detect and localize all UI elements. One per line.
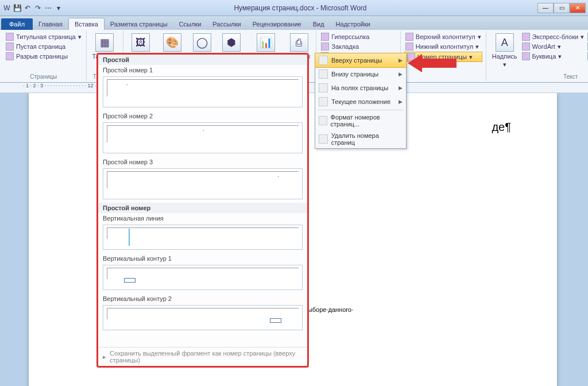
- undo-icon[interactable]: ↶: [23, 3, 32, 13]
- gallery-item[interactable]: ·: [103, 122, 303, 153]
- gallery-item-label: Простой номер 2: [98, 111, 307, 121]
- close-button[interactable]: ✕: [570, 3, 586, 13]
- table-icon: ▦: [95, 33, 114, 52]
- minimize-button[interactable]: —: [537, 3, 554, 13]
- page-break-icon: [6, 52, 14, 60]
- picture-icon: 🖼: [131, 33, 150, 52]
- bookmark-icon: [321, 43, 329, 51]
- qat-icon[interactable]: ⋯: [44, 3, 53, 13]
- page-number-button[interactable]: Номер страницы ▾: [404, 52, 482, 62]
- dropcap-button[interactable]: Буквица ▾: [521, 52, 586, 61]
- footer-button[interactable]: Нижний колонтитул ▾: [404, 42, 482, 51]
- dropcap-icon: [522, 52, 530, 60]
- group-text: AНадпись ▾ Экспресс-блоки ▾ WordArt ▾ Бу…: [486, 31, 588, 81]
- cover-page-button[interactable]: Титульная страница ▾: [5, 32, 83, 41]
- page-margins-icon: [319, 83, 328, 92]
- header-icon: [405, 33, 413, 41]
- wordart-button[interactable]: WordArt ▾: [521, 42, 586, 51]
- screenshot-icon: ⎙: [290, 33, 308, 52]
- tab-file[interactable]: Файл: [1, 18, 33, 30]
- tab-review[interactable]: Рецензирование: [247, 18, 307, 30]
- qat-icon[interactable]: ▾: [54, 3, 63, 13]
- gallery-item-label: Вертикальный контур 2: [98, 294, 307, 304]
- gallery-item[interactable]: [103, 265, 303, 290]
- menu-page-margins[interactable]: На полях страницы▶: [315, 81, 406, 95]
- menu-bottom-of-page[interactable]: Внизу страницы▶: [315, 67, 406, 81]
- current-pos-icon: [319, 97, 328, 106]
- textbox-icon: A: [496, 33, 514, 52]
- group-headerfooter: Верхний колонтитул ▾ Нижний колонтитул ▾…: [401, 31, 486, 81]
- gallery-category: Простой номер: [98, 203, 307, 213]
- menu-current-position[interactable]: Текущее положение▶: [315, 95, 406, 109]
- footer-icon: [405, 43, 413, 51]
- tab-view[interactable]: Вид: [307, 18, 330, 30]
- redo-icon[interactable]: ↷: [33, 3, 42, 13]
- bookmark-button[interactable]: Закладка: [320, 42, 397, 51]
- format-icon: [319, 116, 327, 125]
- gallery-item[interactable]: [103, 305, 303, 330]
- cover-page-icon: [6, 33, 14, 41]
- quickparts-button[interactable]: Экспресс-блоки ▾: [521, 32, 586, 41]
- gallery-category: Простой: [98, 55, 307, 65]
- blank-page-button[interactable]: Пустая страница: [5, 42, 83, 51]
- window-title: Нумерация страниц.docx - Microsoft Word: [63, 4, 537, 12]
- clipart-icon: 🎨: [163, 33, 181, 52]
- wordart-icon: [522, 43, 530, 51]
- save-selection-icon: ▸: [103, 353, 106, 361]
- page-break-button[interactable]: Разрыв страницы: [5, 52, 83, 61]
- gallery-item[interactable]: [103, 225, 303, 250]
- maximize-button[interactable]: ▭: [554, 3, 570, 13]
- header-button[interactable]: Верхний колонтитул ▾: [404, 32, 482, 41]
- tab-layout[interactable]: Разметка страницы: [105, 18, 173, 30]
- word-icon: W: [2, 3, 11, 13]
- page-number-submenu: Вверху страницы▶ Внизу страницы▶ На поля…: [315, 53, 407, 149]
- tab-mailings[interactable]: Рассылки: [207, 18, 246, 30]
- page-number-icon: [407, 53, 415, 61]
- shapes-icon: ◯: [193, 33, 211, 52]
- gallery-item-label: Простой номер 1: [98, 65, 307, 75]
- gallery-item-label: Простой номер 3: [98, 157, 307, 167]
- remove-icon: [319, 134, 328, 144]
- gallery-item-label: Вертикальная линия: [98, 213, 307, 223]
- titlebar: W 💾 ↶ ↷ ⋯ ▾ Нумерация страниц.docx - Mic…: [0, 0, 588, 16]
- quickparts-icon: [522, 33, 530, 41]
- menu-top-of-page[interactable]: Вверху страницы▶: [315, 53, 407, 68]
- gallery-item[interactable]: ·: [103, 76, 303, 107]
- page-number-gallery: Простой Простой номер 1 · Простой номер …: [96, 53, 309, 368]
- quick-access-toolbar: W 💾 ↶ ↷ ⋯ ▾: [2, 3, 63, 13]
- page-bottom-icon: [319, 70, 328, 79]
- chart-icon: 📊: [257, 33, 275, 52]
- textbox-button[interactable]: AНадпись ▾: [490, 32, 520, 70]
- group-pages: Титульная страница ▾ Пустая страница Раз…: [1, 31, 87, 81]
- hyperlink-icon: [321, 33, 329, 41]
- gallery-footer[interactable]: ▸Сохранить выделенный фрагмент как номер…: [98, 347, 307, 366]
- ribbon-tabs: Файл Главная Вставка Разметка страницы С…: [0, 16, 588, 30]
- menu-format-page-numbers[interactable]: Формат номеров страниц...: [315, 111, 406, 130]
- tab-home[interactable]: Главная: [33, 18, 68, 30]
- menu-remove-page-numbers[interactable]: Удалить номера страниц: [315, 130, 406, 148]
- blank-page-icon: [6, 43, 14, 51]
- gallery-item-label: Вертикальный контур 1: [98, 253, 307, 264]
- page-top-icon: [319, 56, 328, 65]
- save-icon[interactable]: 💾: [13, 3, 22, 13]
- tab-insert[interactable]: Вставка: [68, 18, 105, 30]
- gallery-item[interactable]: ·: [103, 168, 303, 199]
- tab-addins[interactable]: Надстройки: [330, 18, 376, 30]
- smartart-icon: ⬢: [222, 33, 241, 52]
- hyperlink-button[interactable]: Гиперссылка: [320, 32, 397, 41]
- tab-references[interactable]: Ссылки: [173, 18, 207, 30]
